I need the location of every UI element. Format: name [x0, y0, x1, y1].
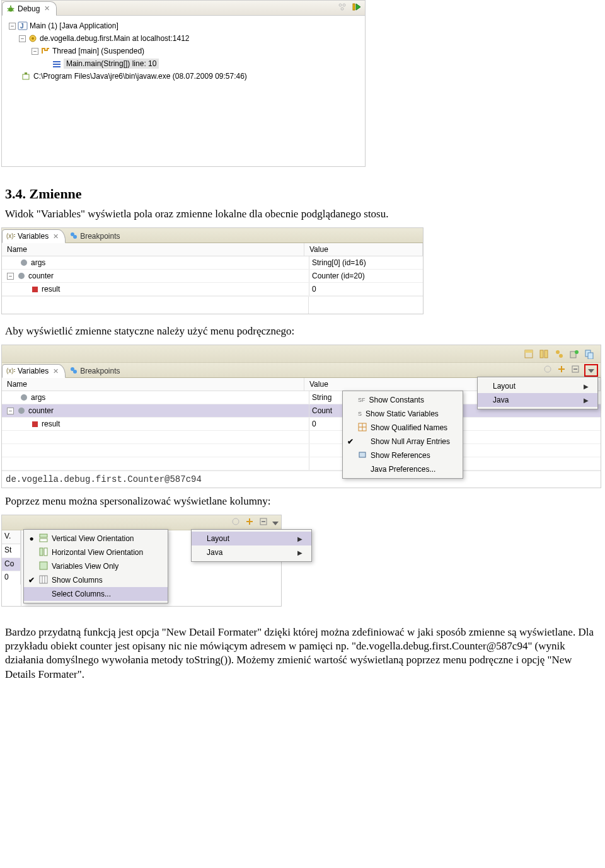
variables-tab[interactable]: (x)= Variables ✕ [2, 364, 66, 378]
chevron-down-icon [272, 522, 279, 525]
menu-item-horizontal-orient[interactable]: Horizontal View Orientation [24, 545, 168, 559]
collapse-icon[interactable]: − [32, 48, 38, 55]
menu-item-label: Show Columns [52, 576, 103, 585]
menu-item-vertical-orient[interactable]: ●Vertical View Orientation [24, 532, 168, 545]
menu-item-label: Java [207, 548, 222, 557]
perspective-toolbar [2, 345, 601, 363]
svg-point-35 [73, 370, 77, 374]
svg-rect-42 [359, 452, 366, 457]
var-value: Counter (id=20) [309, 271, 423, 280]
collapse-all-icon[interactable] [258, 517, 268, 528]
stub-cell: V. [2, 530, 21, 544]
svg-rect-15 [53, 61, 60, 62]
toolbar-icon-1[interactable] [337, 2, 347, 14]
collapse-icon[interactable]: − [7, 273, 14, 280]
var-row[interactable]: result 0 [2, 283, 423, 296]
svg-line-4 [8, 10, 9, 11]
svg-rect-47 [40, 539, 47, 542]
svg-rect-1 [10, 5, 11, 7]
tree-row[interactable]: C:\Program Files\Java\jre6\bin\javaw.exe… [4, 70, 362, 83]
menu-item-select-columns[interactable]: Select Columns... [24, 587, 168, 601]
tree-row[interactable]: Main.main(String[]) line: 10 [4, 57, 362, 70]
toolbar-icon[interactable] [524, 349, 534, 359]
svg-rect-25 [540, 350, 543, 358]
view-menu-button[interactable] [272, 518, 279, 527]
menu-item-java-prefs[interactable]: Java Preferences... [343, 462, 463, 476]
menu-item-show-columns[interactable]: ✔Show Columns [24, 573, 168, 587]
svg-line-5 [13, 10, 14, 11]
java-app-icon: J [18, 21, 28, 31]
menu-item-java[interactable]: Java▶ [478, 393, 597, 407]
variables-tab-icon: (x)= [6, 367, 15, 376]
refs-icon [358, 450, 367, 461]
debug-view: Debug ✕ − J Main (1) [Java Application] … [1, 0, 366, 167]
menu-item-vars-only[interactable]: Variables View Only [24, 559, 168, 573]
toolbar-icon[interactable] [556, 364, 567, 376]
menu-item-java[interactable]: Java▶ [192, 545, 311, 559]
local-var-icon [18, 408, 25, 414]
collapse-icon[interactable]: − [9, 23, 16, 30]
var-row[interactable]: −counter Counter (id=20) [2, 270, 423, 283]
col-name-header[interactable]: Name [2, 378, 304, 391]
tree-row[interactable]: − de.vogella.debug.first.Main at localho… [4, 32, 362, 45]
toolbar-icon[interactable] [231, 517, 241, 528]
field-icon [32, 287, 38, 292]
menu-item-layout[interactable]: Layout▶ [478, 379, 597, 393]
menu-item-show-constants[interactable]: SFShow Constants [343, 393, 463, 407]
toolbar-icon[interactable] [539, 349, 549, 359]
collapse-all-icon[interactable] [570, 364, 580, 376]
close-icon[interactable]: ✕ [51, 232, 59, 241]
breakpoints-tab-icon [70, 232, 78, 241]
toolbar-icon[interactable] [245, 517, 255, 528]
resume-icon[interactable] [352, 3, 361, 13]
menu-item-label: Java Preferences... [371, 465, 435, 474]
detail-pane: de.vogella.debug.first.Counter@587c94 [2, 471, 601, 488]
breakpoints-tab[interactable]: Breakpoints [66, 364, 127, 378]
tree-row[interactable]: − J Main (1) [Java Application] [4, 20, 362, 32]
menu-item-show-null-array[interactable]: ✔Show Null Array Entries [343, 435, 463, 448]
debug-tab-bar: Debug ✕ [2, 1, 365, 16]
svg-rect-46 [40, 534, 47, 537]
process-icon [21, 71, 32, 81]
vars1-header: Name Value [2, 243, 423, 256]
debug-tab[interactable]: Debug ✕ [2, 1, 57, 16]
svg-point-0 [9, 7, 13, 11]
close-icon[interactable]: ✕ [51, 367, 59, 375]
breakpoints-tab-icon [70, 367, 78, 376]
toolbar-icon[interactable] [543, 364, 553, 376]
collapse-icon[interactable]: − [19, 35, 26, 42]
var-row[interactable]: args String[0] (id=16) [2, 256, 423, 270]
var-row[interactable]: result 0 [2, 418, 601, 431]
var-name: result [42, 285, 60, 294]
chevron-right-icon: ▶ [297, 549, 302, 556]
field-icon [32, 421, 38, 427]
col-value-header[interactable]: Value [304, 243, 423, 256]
grid-icon [358, 423, 367, 433]
tree-row[interactable]: − Thread [main] (Suspended) [4, 45, 362, 57]
toolbar-icon[interactable] [569, 349, 579, 359]
menu-item-layout[interactable]: Layout▶ [192, 532, 311, 545]
close-icon[interactable]: ✕ [42, 4, 50, 13]
menu-item-show-static[interactable]: SShow Static Variables [343, 407, 463, 421]
chevron-right-icon: ▶ [297, 535, 302, 542]
collapse-icon[interactable]: − [7, 408, 14, 414]
menu-item-show-refs[interactable]: Show References [343, 448, 463, 462]
svg-point-7 [343, 4, 345, 6]
debug-toolbar [337, 2, 361, 14]
tree-label: de.vogella.debug.first.Main at localhost… [40, 34, 190, 43]
col-name-header[interactable]: Name [2, 243, 304, 256]
layout-submenu: ●Vertical View Orientation Horizontal Vi… [23, 529, 168, 603]
menu-item-show-qualified[interactable]: Show Qualified Names [343, 421, 463, 435]
toolbar-icon[interactable] [584, 349, 594, 359]
variables-tab[interactable]: (x)= Variables ✕ [2, 229, 66, 243]
vars2-tabbar: (x)= Variables ✕ Breakpoints [2, 363, 601, 378]
view-menu-button-highlighted[interactable] [584, 364, 598, 377]
toolbar-icon[interactable] [554, 349, 564, 359]
stub-cell: 0 [2, 571, 21, 585]
intro-text: Widok "Variables" wyświetla pola oraz zm… [5, 207, 600, 221]
debug-tree: − J Main (1) [Java Application] − de.vog… [2, 16, 365, 86]
svg-point-30 [575, 350, 579, 354]
orient-icon [39, 561, 48, 572]
breakpoints-tab[interactable]: Breakpoints [66, 229, 127, 243]
menu-item-label: Show Static Variables [366, 409, 439, 418]
